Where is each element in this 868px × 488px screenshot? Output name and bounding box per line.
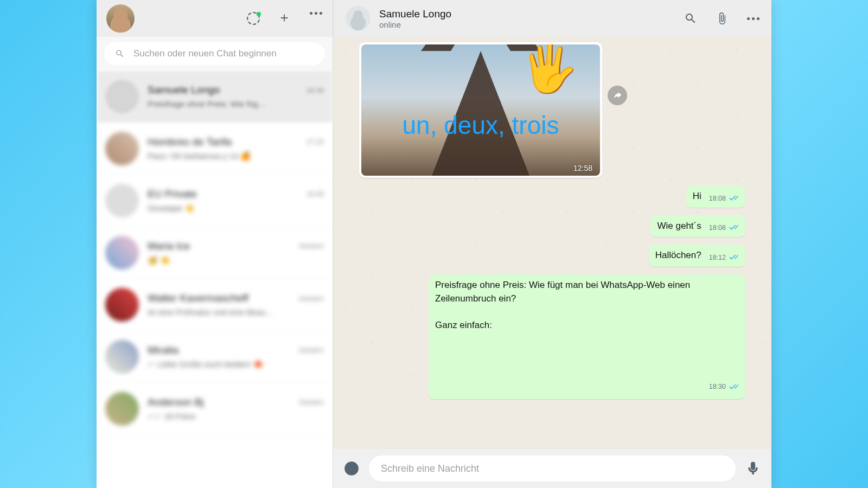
contact-name: Samuele Longo [379,8,451,20]
chat-panel: Samuele Longo online 🖐 un, deux, trois 1… [333,0,771,488]
contact-status: online [379,20,451,29]
chat-list-item[interactable]: Hombres de Tarifa17:25 Paco: Oh barbaros… [97,123,333,175]
chat-actions [684,12,760,25]
message-row: Hi 18:08 [359,185,745,208]
search-input[interactable]: Suchen oder neuen Chat beginnen [104,42,325,65]
message-text-line1: Preisfrage ohne Preis: Wie fügt man bei … [435,279,739,305]
message-text: Wie geht´s [657,220,701,233]
chat-name: Walter Kavermascheff [148,292,248,304]
incoming-media-message[interactable]: 🖐 un, deux, trois 12:58 [359,42,602,178]
media-image[interactable]: 🖐 un, deux, trois 12:58 [361,44,600,176]
chat-avatar [105,340,139,374]
forward-button[interactable] [608,86,627,105]
chat-list-item[interactable]: Anderson BjGestern ✓✓ 18 Fotos [97,383,333,435]
chat-avatar [105,288,139,322]
message-time: 18:08 [709,223,726,233]
chat-list[interactable]: Samuele Longo18:30 Preisfrage ohne Preis… [97,70,333,488]
search-bar: Suchen oder neuen Chat beginnen [97,37,333,70]
read-ticks-icon [729,224,739,231]
attach-icon[interactable] [716,12,729,25]
message-time: 18:08 [709,194,726,203]
chat-name: Maria Ice [148,240,190,252]
media-caption: un, deux, trois [361,111,600,140]
search-in-chat-icon[interactable] [684,12,697,25]
chat-preview: ✓✓ 18 Fotos [148,412,324,421]
search-icon [115,49,125,59]
chat-menu-icon[interactable] [747,17,760,20]
new-chat-icon[interactable] [278,12,291,25]
message-row: Hallöchen? 18:12 [359,245,745,267]
media-timestamp: 12:58 [573,164,592,172]
sidebar-header [97,0,333,37]
svg-point-2 [353,467,354,468]
chat-avatar [105,184,139,217]
chat-preview: 🥳 👏 [148,255,324,265]
chat-avatar [105,392,139,426]
message-time: 18:12 [709,253,726,262]
microphone-icon[interactable] [745,461,761,476]
chat-preview: ✓ Liebe Grüße euch beiden! 🍁 [148,359,324,369]
read-ticks-icon [729,384,739,390]
menu-icon[interactable] [310,12,323,25]
chat-avatar [105,236,139,269]
message-text-line2: Ganz einfach: [435,319,739,332]
chat-preview: Paco: Oh barbarosa y 14 🍊 [148,151,324,161]
chat-time: 17:25 [306,138,324,146]
chat-avatar [105,132,139,165]
search-placeholder: Suchen oder neuen Chat beginnen [133,48,277,59]
chat-name: Hombres de Tarifa [148,136,232,148]
outgoing-message[interactable]: Hi 18:08 [686,185,745,208]
message-text: Hallöchen? [655,249,701,262]
chat-name: Samuele Longo [148,84,220,96]
message-text: Hi [693,190,701,203]
chat-time: Gestern [299,346,324,354]
chat-time: Gestern [299,294,324,303]
chat-name: Miralta [148,344,178,356]
chat-time: 16:40 [306,190,324,198]
messages-area[interactable]: 🖐 un, deux, trois 12:58 Hi 18:08 [333,37,771,449]
contact-info: Samuele Longo online [379,8,451,29]
chat-list-item[interactable]: Samuele Longo18:30 Preisfrage ohne Preis… [97,70,333,123]
outgoing-message[interactable]: Preisfrage ohne Preis: Wie fügt man bei … [429,274,745,399]
outgoing-message[interactable]: Hallöchen? 18:12 [649,245,745,267]
chat-list-item[interactable]: EU Private16:40 Giuseppe 👋 [97,175,333,227]
chat-list-item[interactable]: Maria IceGestern 🥳 👏 [97,227,333,279]
chat-list-item[interactable]: MiraltaGestern ✓ Liebe Grüße euch beiden… [97,331,333,383]
chat-time: 18:30 [306,86,324,94]
read-ticks-icon [729,254,739,261]
chat-preview: Giuseppe 👋 [148,203,324,213]
own-avatar[interactable] [106,4,135,33]
read-ticks-icon [729,195,739,202]
emoji-icon[interactable] [344,461,359,476]
svg-point-0 [345,462,358,474]
outgoing-message[interactable]: Wie geht´s 18:08 [650,215,745,237]
sidebar-actions [247,12,323,25]
sidebar: Suchen oder neuen Chat beginnen Samuele … [97,0,333,488]
chat-preview: Preisfrage ohne Preis: Wie füg… [148,99,324,108]
message-input[interactable]: Schreib eine Nachricht [369,455,736,481]
chat-avatar [105,80,139,113]
chat-preview: ist eine Frühnatur und eine Beau… [148,307,324,317]
message-row: Preisfrage ohne Preis: Wie fügt man bei … [359,274,745,399]
chat-list-item[interactable]: Walter KavermascheffGestern ist eine Frü… [97,279,333,331]
app-window: Suchen oder neuen Chat beginnen Samuele … [97,0,771,488]
message-input-placeholder: Schreib eine Nachricht [381,463,479,474]
chat-header[interactable]: Samuele Longo online [333,0,771,37]
chat-time: Gestern [299,398,324,406]
status-icon[interactable] [247,12,260,25]
contact-avatar[interactable] [346,6,371,31]
message-row: Wie geht´s 18:08 [359,215,745,237]
chat-time: Gestern [299,242,324,250]
media-bubble[interactable]: 🖐 un, deux, trois 12:58 [359,42,602,178]
composer: Schreib eine Nachricht [333,449,771,488]
hand-emoji-icon: 🖐 [520,44,578,91]
chat-name: Anderson Bj [148,396,204,408]
message-time: 18:30 [709,382,726,391]
chat-name: EU Private [148,188,197,200]
svg-point-1 [349,467,350,468]
